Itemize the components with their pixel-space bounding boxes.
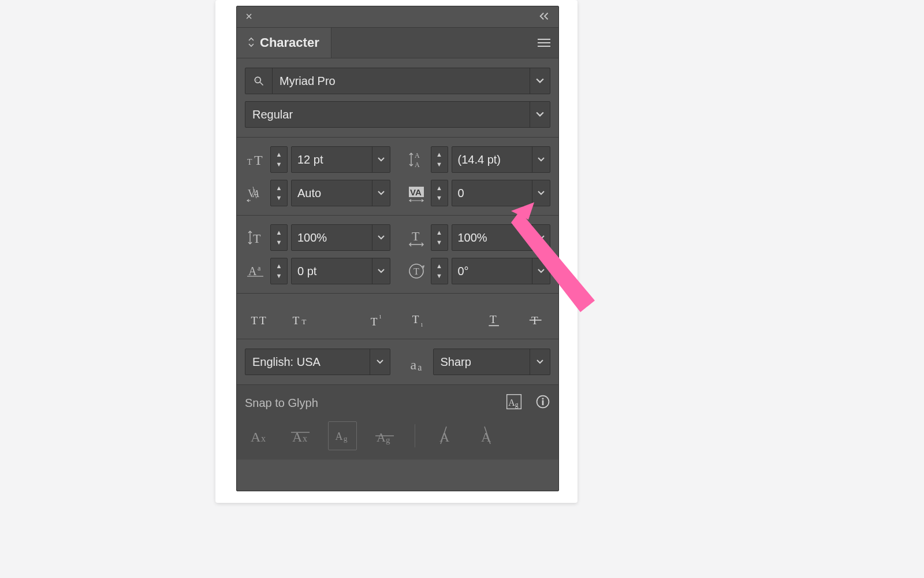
small-caps-button[interactable]: TT — [289, 307, 313, 332]
snap-glyph-bounds-button[interactable]: Ag — [328, 421, 357, 450]
chevron-down-icon[interactable] — [530, 102, 550, 127]
svg-text:A: A — [248, 265, 257, 277]
svg-text:T: T — [413, 266, 419, 276]
antialias-value: Sharp — [434, 355, 530, 369]
svg-text:x: x — [261, 433, 266, 443]
svg-text:T: T — [370, 316, 377, 328]
font-family-value: Myriad Pro — [273, 75, 530, 88]
kerning-input[interactable]: Auto — [291, 180, 390, 206]
svg-text:g: g — [386, 435, 390, 444]
chevron-down-icon[interactable] — [530, 68, 550, 94]
svg-text:1: 1 — [379, 314, 381, 320]
superscript-button[interactable]: T1 — [365, 307, 389, 332]
chevron-down-icon[interactable] — [530, 349, 550, 375]
rotation-stepper[interactable]: ▲▼ — [431, 258, 448, 284]
collapse-icon[interactable] — [536, 10, 553, 23]
panel-menu-button[interactable] — [530, 28, 558, 58]
tracking-input[interactable]: 0 — [452, 180, 551, 206]
glyph-bounds-icon[interactable]: Ag — [505, 393, 523, 413]
language-value: English: USA — [245, 355, 370, 369]
font-style-field[interactable]: Regular — [245, 101, 550, 128]
horizontal-scale-stepper[interactable]: ▲▼ — [431, 224, 448, 251]
chevron-down-icon[interactable] — [532, 180, 550, 206]
svg-text:x: x — [303, 433, 307, 443]
svg-text:T: T — [412, 313, 419, 325]
baseline-shift-stepper[interactable]: ▲▼ — [270, 258, 288, 284]
tab-label: Character — [260, 35, 319, 50]
rotation-icon: T — [405, 260, 427, 282]
vertical-scale-input[interactable]: 100% — [291, 224, 390, 251]
tab-character[interactable]: Character — [237, 28, 331, 58]
close-icon[interactable]: × — [243, 10, 255, 23]
font-style-value: Regular — [245, 108, 530, 121]
chevron-down-icon[interactable] — [532, 258, 550, 284]
svg-text:T: T — [254, 153, 263, 168]
chevron-down-icon[interactable] — [532, 225, 550, 250]
font-size-icon: TT — [245, 149, 267, 171]
baseline-shift-icon: Aa — [245, 260, 267, 282]
chevron-down-icon[interactable] — [372, 225, 390, 250]
strikethrough-button[interactable]: T — [524, 307, 548, 332]
vertical-scale-control: T ▲▼ 100% — [245, 225, 390, 250]
language-field[interactable]: English: USA — [245, 349, 390, 375]
rotation-input[interactable]: 0° — [452, 258, 551, 284]
snap-to-glyph-label: Snap to Glyph — [245, 397, 318, 410]
leading-stepper[interactable]: ▲▼ — [431, 146, 448, 173]
snap-xheight-button[interactable]: Ax — [286, 422, 314, 450]
panel-titlebar: × — [237, 6, 558, 28]
svg-rect-35 — [542, 400, 544, 405]
svg-line-1 — [260, 83, 263, 86]
chevron-down-icon[interactable] — [372, 258, 390, 284]
subscript-button[interactable]: T1 — [407, 307, 431, 332]
antialias-field[interactable]: Sharp — [433, 349, 551, 375]
snap-proximity-button[interactable]: Ag — [371, 422, 398, 450]
svg-text:1: 1 — [420, 322, 423, 328]
vertical-scale-icon: T — [245, 227, 267, 249]
character-panel: × Character Myriad Pro — [236, 6, 559, 491]
svg-text:A: A — [335, 431, 342, 442]
all-caps-button[interactable]: TT — [247, 307, 271, 332]
horizontal-scale-control: T ▲▼ 100% — [405, 225, 551, 250]
vertical-scale-stepper[interactable]: ▲▼ — [270, 224, 288, 251]
font-size-control: TT ▲▼ 12 pt — [245, 147, 390, 172]
svg-text:A: A — [415, 161, 420, 169]
svg-text:T: T — [253, 231, 261, 246]
chevron-down-icon[interactable] — [372, 180, 390, 206]
chevron-down-icon[interactable] — [370, 349, 390, 375]
snap-angular-left-button[interactable]: A — [431, 422, 459, 450]
svg-text:T: T — [490, 313, 497, 325]
character-rotation-control: T ▲▼ 0° — [405, 258, 551, 284]
kerning-icon: VA — [245, 182, 267, 204]
svg-text:A: A — [292, 429, 303, 444]
info-icon[interactable] — [535, 394, 550, 412]
svg-text:g: g — [515, 401, 519, 409]
hamburger-icon — [538, 39, 550, 47]
svg-text:A: A — [251, 429, 261, 444]
search-icon[interactable] — [245, 68, 273, 94]
font-size-stepper[interactable]: ▲▼ — [270, 146, 288, 173]
font-family-field[interactable]: Myriad Pro — [245, 68, 550, 94]
expand-icon — [248, 37, 254, 49]
font-size-input[interactable]: 12 pt — [291, 146, 390, 173]
snap-angular-right-button[interactable]: A — [473, 422, 501, 450]
svg-point-0 — [255, 77, 260, 83]
svg-text:g: g — [344, 434, 348, 443]
chevron-down-icon[interactable] — [532, 147, 550, 172]
type-style-toggles: TT TT T1 T1 T T — [245, 303, 550, 336]
underline-button[interactable]: T — [482, 307, 506, 332]
leading-input[interactable]: (14.4 pt) — [452, 146, 551, 173]
snap-baseline-button[interactable]: Ax — [245, 422, 273, 450]
horizontal-scale-input[interactable]: 100% — [452, 224, 551, 251]
kerning-control: VA ▲▼ Auto — [245, 180, 390, 206]
svg-text:A: A — [377, 430, 386, 444]
kerning-stepper[interactable]: ▲▼ — [270, 180, 288, 206]
tracking-control: VA ▲▼ 0 — [405, 180, 551, 206]
antialias-icon: aa — [405, 351, 427, 373]
baseline-shift-input[interactable]: 0 pt — [291, 258, 390, 284]
chevron-down-icon[interactable] — [372, 147, 390, 172]
tracking-stepper[interactable]: ▲▼ — [431, 180, 448, 206]
svg-point-34 — [542, 398, 543, 399]
panel-tabs: Character — [237, 28, 558, 58]
leading-control: AA ▲▼ (14.4 pt) — [405, 147, 551, 172]
svg-text:T: T — [247, 158, 252, 166]
